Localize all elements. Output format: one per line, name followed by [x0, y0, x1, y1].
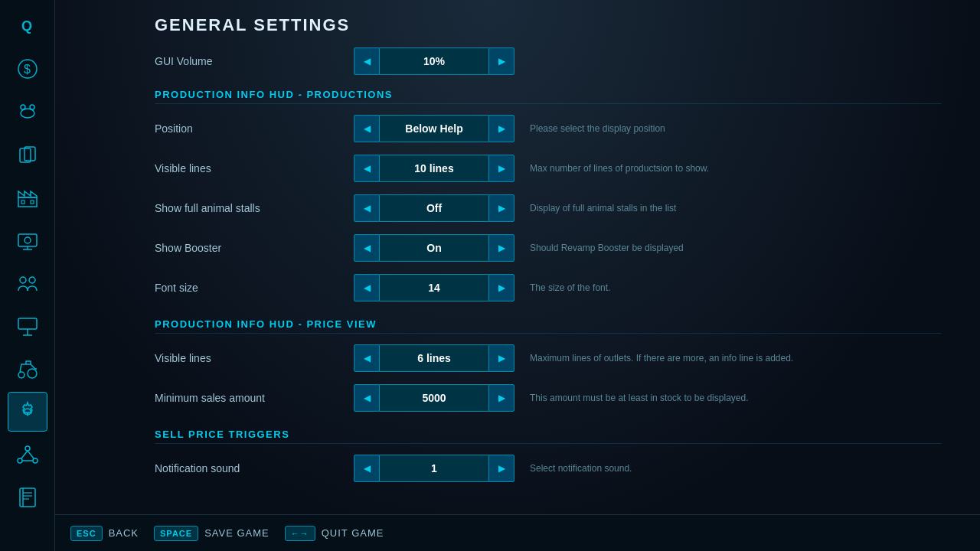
- cards-icon: [15, 142, 40, 167]
- sidebar-item-cards[interactable]: [8, 135, 47, 174]
- font-size-description: The size of the font.: [530, 282, 942, 293]
- min-sales-value: 5000: [380, 384, 488, 412]
- sidebar-item-team[interactable]: [8, 263, 47, 303]
- space-key-badge: SPACE: [154, 526, 198, 541]
- notification-sound-control: ◀ 1 ▶: [354, 455, 514, 482]
- position-value: Below Help: [380, 115, 488, 142]
- arrow-left-icon: ◀: [364, 393, 371, 403]
- notification-sound-description: Select notification sound.: [530, 463, 942, 474]
- position-decrease-button[interactable]: ◀: [354, 115, 380, 142]
- visible-lines-price-decrease-button[interactable]: ◀: [354, 344, 380, 372]
- min-sales-increase-button[interactable]: ▶: [488, 384, 514, 412]
- back-label: BACK: [109, 527, 139, 539]
- gui-volume-increase-button[interactable]: ▶: [488, 47, 514, 75]
- arrow-right-icon: ▶: [498, 163, 505, 174]
- visible-lines-description: Max number of lines of productsion to sh…: [530, 163, 942, 174]
- sidebar-item-network[interactable]: [8, 435, 47, 474]
- position-increase-button[interactable]: ▶: [488, 115, 514, 142]
- arrow-left-icon: ◀: [364, 123, 371, 134]
- animal-stalls-increase-button[interactable]: ▶: [488, 194, 514, 222]
- font-size-control: ◀ 14 ▶: [354, 274, 514, 302]
- quit-game-button[interactable]: ←→ QUIT GAME: [285, 526, 384, 541]
- arrow-left-icon: ◀: [364, 56, 371, 67]
- min-sales-decrease-button[interactable]: ◀: [354, 384, 380, 412]
- visible-lines-row: Visible lines ◀ 10 lines ▶ Max number of…: [155, 152, 942, 185]
- show-booster-control: ◀ On ▶: [354, 234, 514, 262]
- settings-icon: [15, 399, 40, 424]
- position-row: Position ◀ Below Help ▶ Please select th…: [155, 112, 942, 145]
- section-header-productions: PRODUCTION INFO HUD - PRODUCTIONS: [155, 89, 942, 104]
- svg-point-3: [21, 109, 34, 118]
- tractor-icon: [15, 357, 40, 381]
- sidebar-item-billboard[interactable]: [8, 306, 47, 346]
- show-booster-increase-button[interactable]: ▶: [488, 234, 514, 262]
- animal-stalls-value: Off: [380, 194, 488, 222]
- animal-stalls-description: Display of full animal stalls in the lis…: [530, 203, 942, 214]
- arrow-right-icon: ▶: [498, 353, 505, 364]
- visible-lines-increase-button[interactable]: ▶: [488, 155, 514, 182]
- section-header-price-view: PRODUCTION INFO HUD - PRICE VIEW: [155, 318, 942, 334]
- min-sales-label: Minimum sales amount: [155, 392, 354, 404]
- svg-text:Q: Q: [21, 18, 32, 34]
- camera-icon: [15, 228, 40, 253]
- position-description: Please select the display position: [530, 123, 942, 134]
- font-size-increase-button[interactable]: ▶: [488, 274, 514, 302]
- sidebar-item-settings[interactable]: [8, 392, 47, 432]
- svg-line-6: [24, 109, 25, 109]
- svg-rect-14: [18, 234, 37, 246]
- svg-line-29: [21, 451, 28, 458]
- visible-lines-price-value: 6 lines: [380, 344, 488, 372]
- animal-stalls-decrease-button[interactable]: ◀: [354, 194, 380, 222]
- visible-lines-price-increase-button[interactable]: ▶: [488, 344, 514, 372]
- position-label: Position: [155, 122, 354, 135]
- sidebar: Q $: [0, 0, 55, 551]
- animal-stalls-row: Show full animal stalls ◀ Off ▶ Display …: [155, 191, 942, 225]
- animal-icon: [15, 99, 40, 124]
- font-size-label: Font size: [155, 282, 354, 294]
- network-icon: [15, 442, 40, 467]
- svg-point-24: [18, 372, 24, 378]
- sidebar-item-camera[interactable]: [8, 220, 47, 260]
- sidebar-item-animals[interactable]: [8, 92, 47, 132]
- arrow-left-icon: ◀: [364, 243, 371, 253]
- svg-line-7: [30, 109, 31, 109]
- gui-volume-value: 10%: [380, 47, 488, 75]
- font-size-decrease-button[interactable]: ◀: [354, 274, 380, 302]
- notification-sound-value: 1: [380, 455, 488, 482]
- arrow-key-badge: ←→: [285, 526, 315, 541]
- settings-container[interactable]: GUI Volume ◀ 10% ▶ PRODUCTION INFO HUD -…: [155, 47, 957, 493]
- sidebar-item-q[interactable]: Q: [8, 6, 47, 46]
- svg-line-30: [28, 451, 34, 458]
- sidebar-item-dollar[interactable]: $: [8, 49, 47, 89]
- show-booster-row: Show Booster ◀ On ▶ Should Revamp Booste…: [155, 231, 942, 265]
- svg-rect-12: [21, 201, 24, 204]
- save-game-button[interactable]: SPACE SAVE GAME: [154, 526, 270, 541]
- page-title: GENERAL SETTINGS: [155, 15, 957, 35]
- sidebar-item-book[interactable]: [8, 478, 47, 517]
- notification-sound-label: Notification sound: [155, 462, 354, 474]
- back-button[interactable]: ESC BACK: [70, 526, 139, 541]
- svg-point-23: [28, 369, 37, 378]
- show-booster-value: On: [380, 234, 488, 262]
- billboard-icon: [15, 314, 40, 338]
- quit-game-label: QUIT GAME: [322, 527, 384, 539]
- gui-volume-control: ◀ 10% ▶: [354, 47, 514, 75]
- notification-sound-decrease-button[interactable]: ◀: [354, 455, 380, 482]
- visible-lines-price-row: Visible lines ◀ 6 lines ▶ Maximum lines …: [155, 341, 942, 375]
- sidebar-item-factory[interactable]: [8, 178, 47, 217]
- animal-stalls-control: ◀ Off ▶: [354, 194, 514, 222]
- gui-volume-decrease-button[interactable]: ◀: [354, 47, 380, 75]
- show-booster-decrease-button[interactable]: ◀: [354, 234, 380, 262]
- svg-point-17: [24, 237, 31, 243]
- arrow-right-icon: ▶: [498, 463, 505, 474]
- sidebar-item-tractor[interactable]: [8, 349, 47, 389]
- notification-sound-increase-button[interactable]: ▶: [488, 455, 514, 482]
- svg-point-18: [20, 277, 26, 283]
- main-content: GENERAL SETTINGS GUI Volume ◀ 10% ▶ PROD…: [55, 0, 980, 514]
- min-sales-description: This amount must be at least in stock to…: [530, 393, 942, 403]
- visible-lines-decrease-button[interactable]: ◀: [354, 155, 380, 182]
- min-sales-row: Minimum sales amount ◀ 5000 ▶ This amoun…: [155, 381, 942, 415]
- svg-point-27: [18, 458, 22, 463]
- gui-volume-row: GUI Volume ◀ 10% ▶: [155, 47, 942, 75]
- gui-volume-label: GUI Volume: [155, 55, 354, 67]
